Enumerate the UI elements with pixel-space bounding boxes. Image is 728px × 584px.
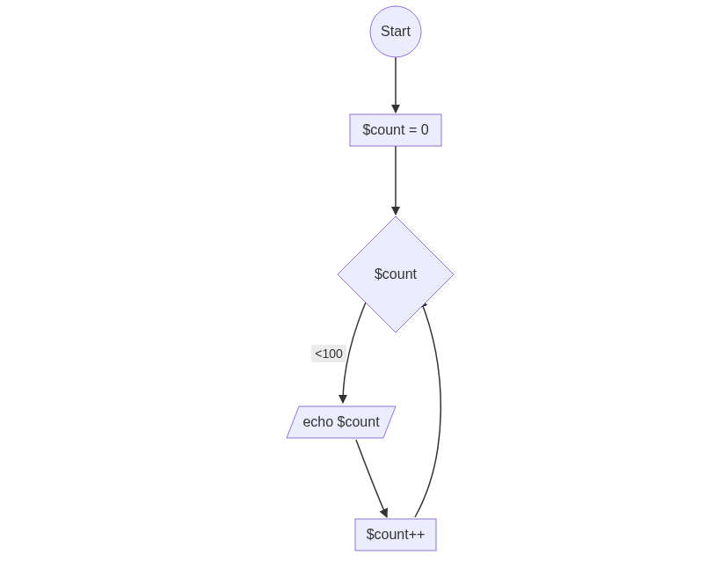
edge-increment-to-cond	[415, 299, 440, 517]
node-increment: $count++	[355, 519, 436, 551]
node-start: Start	[370, 6, 421, 57]
edge-echo-to-increment	[356, 440, 387, 517]
node-cond: $count	[338, 216, 454, 332]
node-start-label: Start	[381, 24, 411, 39]
flowchart-canvas: <100 Start $count = 0 $count echo $count…	[0, 0, 728, 584]
node-init-label: $count = 0	[362, 122, 428, 137]
node-init: $count = 0	[350, 114, 441, 146]
node-echo-label: echo $count	[302, 414, 380, 429]
node-increment-label: $count++	[367, 527, 426, 542]
edge-cond-to-echo: <100	[311, 294, 369, 403]
node-echo: echo $count	[287, 406, 396, 438]
node-cond-label: $count	[375, 266, 418, 281]
edge-label-cond-to-echo: <100	[315, 347, 343, 361]
